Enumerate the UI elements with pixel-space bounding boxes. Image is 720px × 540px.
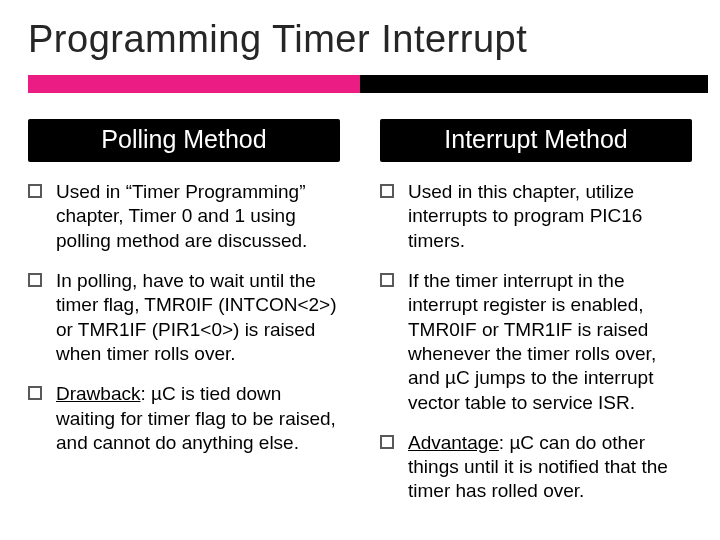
square-bullet-icon xyxy=(28,386,42,400)
accent-bar xyxy=(28,75,708,93)
list-item-text: Used in this chapter, utilize interrupts… xyxy=(408,180,692,253)
list-item: Advantage: µC can do other things until … xyxy=(380,431,692,504)
lead-word: Drawback xyxy=(56,383,140,404)
column-right-header: Interrupt Method xyxy=(380,119,692,162)
list-item-text: If the timer interrupt in the interrupt … xyxy=(408,269,692,415)
square-bullet-icon xyxy=(380,273,394,287)
square-bullet-icon xyxy=(380,435,394,449)
slide-title: Programming Timer Interrupt xyxy=(28,18,692,61)
column-right-list: Used in this chapter, utilize interrupts… xyxy=(380,180,692,504)
list-item-text: Drawback: µC is tied down waiting for ti… xyxy=(56,382,340,455)
column-right: Interrupt Method Used in this chapter, u… xyxy=(380,119,692,520)
list-item: If the timer interrupt in the interrupt … xyxy=(380,269,692,415)
slide: Programming Timer Interrupt Polling Meth… xyxy=(0,0,720,540)
column-left-header: Polling Method xyxy=(28,119,340,162)
square-bullet-icon xyxy=(380,184,394,198)
columns-container: Polling Method Used in “Timer Programmin… xyxy=(28,119,692,520)
list-item-text: Used in “Timer Programming” chapter, Tim… xyxy=(56,180,340,253)
square-bullet-icon xyxy=(28,184,42,198)
list-item-text: In polling, have to wait until the timer… xyxy=(56,269,340,366)
accent-bar-pink xyxy=(28,75,360,93)
column-left-list: Used in “Timer Programming” chapter, Tim… xyxy=(28,180,340,455)
accent-bar-black xyxy=(360,75,708,93)
square-bullet-icon xyxy=(28,273,42,287)
list-item: In polling, have to wait until the timer… xyxy=(28,269,340,366)
list-item-text: Advantage: µC can do other things until … xyxy=(408,431,692,504)
column-left: Polling Method Used in “Timer Programmin… xyxy=(28,119,340,520)
list-item: Used in this chapter, utilize interrupts… xyxy=(380,180,692,253)
list-item: Drawback: µC is tied down waiting for ti… xyxy=(28,382,340,455)
list-item: Used in “Timer Programming” chapter, Tim… xyxy=(28,180,340,253)
lead-word: Advantage xyxy=(408,432,499,453)
